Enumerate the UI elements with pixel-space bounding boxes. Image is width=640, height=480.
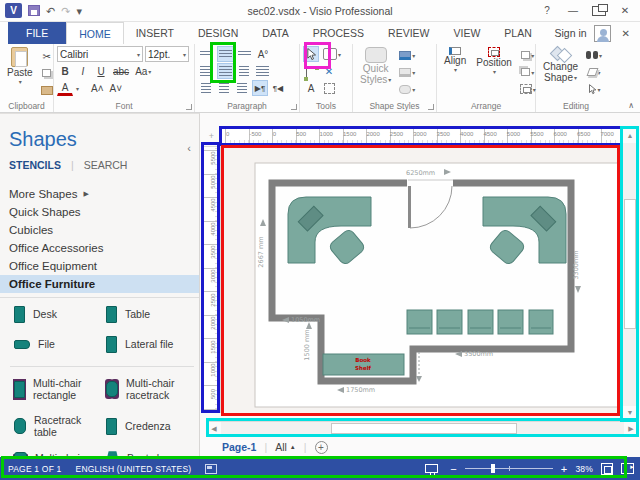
fit-page-icon[interactable] (601, 463, 613, 475)
vertical-scrollbar[interactable]: ▲ ▼ (622, 128, 638, 421)
page-indicator[interactable]: PAGE 1 OF 1 (8, 464, 62, 474)
zoom-slider[interactable] (465, 468, 553, 469)
bold-button[interactable]: B (57, 63, 73, 79)
fill-icon[interactable]: ▾ (397, 47, 417, 63)
font-size-combo[interactable]: 12pt.▾ (145, 46, 189, 62)
font-family-combo[interactable]: Calibri▾ (57, 46, 143, 62)
tab-insert[interactable]: INSERT (124, 22, 186, 44)
horizontal-scroll-thumb[interactable] (331, 423, 517, 434)
scroll-up-icon[interactable]: ▲ (623, 129, 637, 143)
insert-page-icon[interactable]: + (315, 441, 328, 454)
text-direction-rtl-icon[interactable]: ¶◀ (270, 80, 286, 96)
switch-windows-icon[interactable] (621, 463, 634, 474)
macro-icon[interactable] (205, 464, 217, 474)
font-color-button[interactable]: A (57, 80, 73, 96)
zoom-slider-thumb[interactable] (491, 464, 495, 473)
drawing-page[interactable]: Book Shelf 6250mm 2667 mm 3300mm 1050mm … (221, 146, 620, 416)
collapse-ribbon-icon[interactable]: ∧ (628, 101, 634, 110)
close-document-icon[interactable]: ✕ (618, 28, 634, 39)
increase-indent-icon[interactable] (234, 80, 250, 96)
strikethrough-button[interactable]: abc (111, 63, 131, 79)
align-top-icon[interactable] (198, 46, 215, 62)
tab-data[interactable]: DATA (250, 22, 300, 44)
stencil-shape-file[interactable]: File (10, 336, 102, 353)
undo-icon[interactable]: ↶ (46, 4, 55, 18)
sidebar-item-cubicles[interactable]: Cubicles (0, 221, 199, 239)
decrease-indent-icon[interactable] (216, 80, 232, 96)
paragraph-dialog-launcher[interactable] (291, 104, 297, 110)
grow-font-button[interactable]: A˄ (89, 80, 106, 96)
presentation-mode-icon[interactable] (425, 464, 438, 473)
stencil-shape-racetrack-table[interactable]: Racetrack table (10, 414, 102, 438)
door-leaf[interactable] (408, 186, 411, 228)
tab-review[interactable]: REVIEW (376, 22, 441, 44)
zoom-in-icon[interactable]: + (561, 463, 568, 475)
minimize-button[interactable]: — (562, 3, 584, 19)
align-center-icon[interactable] (217, 63, 234, 79)
send-backward-icon[interactable]: ▾ (518, 64, 538, 80)
bullets-icon[interactable] (198, 80, 214, 96)
collapse-panel-icon[interactable]: ‹ (187, 142, 191, 154)
cut-icon[interactable]: ✂ (39, 48, 55, 64)
align-right-icon[interactable] (236, 63, 252, 79)
tab-process[interactable]: PROCESS (301, 22, 376, 44)
connector-tool-icon[interactable] (303, 63, 319, 79)
sign-in-link[interactable]: Sign in (555, 27, 587, 39)
tab-search[interactable]: SEARCH (84, 159, 128, 171)
horizontal-scrollbar[interactable]: ◀ ▶ (206, 421, 639, 436)
change-shape-button[interactable]: Change Shape▾ (539, 46, 582, 100)
page-tab-page1[interactable]: Page-1 (222, 441, 256, 453)
line-icon[interactable]: ▾ (397, 64, 417, 80)
layers-icon[interactable]: ▾ (584, 64, 604, 80)
align-button[interactable]: Align ▾ (440, 46, 470, 100)
align-bottom-icon[interactable] (236, 46, 253, 62)
zoom-level[interactable]: 38% (575, 464, 593, 474)
tab-stencils[interactable]: STENCILS (9, 159, 61, 171)
effects-icon[interactable]: ▾ (397, 81, 417, 97)
language-indicator[interactable]: ENGLISH (UNITED STATES) (76, 464, 192, 474)
justify-icon[interactable] (254, 63, 271, 79)
tab-design[interactable]: DESIGN (186, 22, 250, 44)
rotate-text-icon[interactable]: A° (255, 46, 271, 62)
underline-button[interactable]: U (93, 63, 109, 79)
paste-button[interactable]: Paste ▾ (3, 46, 37, 100)
chair-row[interactable] (407, 310, 553, 334)
paste-dropdown-icon[interactable]: ▾ (19, 78, 22, 85)
stencil-shape-desk[interactable]: Desk (10, 306, 102, 323)
visio-app-icon[interactable]: V (5, 3, 22, 18)
all-pages-button[interactable]: All ▲ (275, 441, 296, 453)
restore-button[interactable] (592, 6, 606, 16)
font-dialog-launcher[interactable] (186, 104, 192, 110)
copy-icon[interactable] (39, 65, 55, 81)
save-icon[interactable] (28, 5, 40, 16)
sidebar-item-quick-shapes[interactable]: Quick Shapes (0, 203, 199, 221)
user-avatar[interactable] (594, 25, 611, 42)
group-icon[interactable]: ▾ (518, 81, 538, 97)
crop-tool-icon[interactable] (321, 80, 337, 96)
scroll-right-icon[interactable]: ▶ (624, 422, 638, 435)
vertical-scroll-thumb[interactable] (624, 199, 636, 329)
tab-plan[interactable]: PLAN (492, 22, 543, 44)
shrink-font-button[interactable]: A˅ (108, 80, 125, 96)
pointer-tool-icon[interactable] (303, 46, 319, 62)
position-button[interactable]: Position ▾ (472, 46, 516, 100)
stencil-shape-credenza[interactable]: Credenza (102, 414, 194, 438)
stencil-shape-multi-chair-rectangle[interactable]: Multi-chair rectangle (10, 377, 102, 401)
customize-qat-icon[interactable]: ▾ (76, 4, 82, 18)
connection-point-icon[interactable]: ✕ (321, 63, 337, 79)
rectangle-tool-icon[interactable]: ▾ (321, 46, 343, 62)
bring-forward-icon[interactable]: ▾ (518, 47, 538, 63)
find-icon[interactable]: ▾ (584, 47, 604, 63)
align-left-icon[interactable] (198, 63, 215, 79)
text-tool-icon[interactable]: A (303, 80, 319, 96)
zoom-out-icon[interactable]: − (450, 463, 457, 475)
close-button[interactable]: ✕ (614, 3, 636, 19)
stencil-shape-table[interactable]: Table (102, 306, 194, 323)
sidebar-item-office-furniture[interactable]: Office Furniture (0, 275, 199, 293)
scroll-down-icon[interactable]: ▼ (623, 406, 637, 420)
italic-button[interactable]: I (75, 63, 91, 79)
text-direction-ltr-icon[interactable]: ▶¶ (252, 80, 268, 96)
sidebar-item-more-shapes[interactable]: More Shapes▶ (0, 185, 199, 203)
sidebar-item-office-accessories[interactable]: Office Accessories (0, 239, 199, 257)
scroll-left-icon[interactable]: ◀ (207, 422, 221, 435)
